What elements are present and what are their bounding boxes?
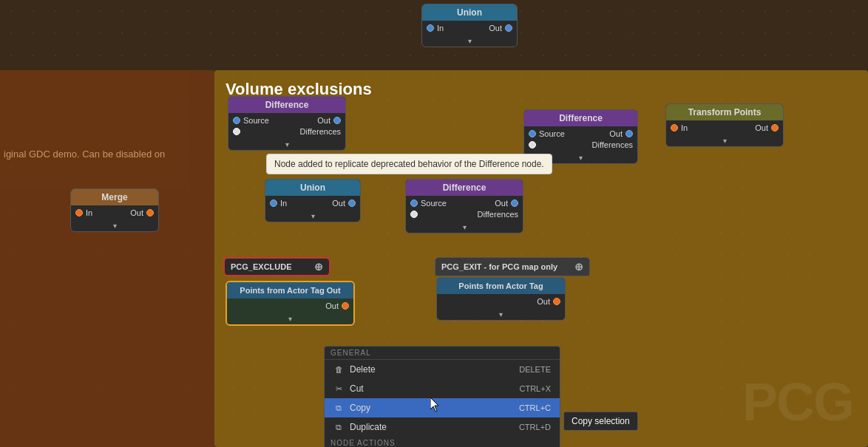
diff-mid-out-pin [511,199,518,207]
node-diff-tl[interactable]: Difference Source Out Differences ▾ [228,96,346,151]
transform-in-label: In [681,123,688,132]
node-points-right-body: Out [437,294,565,309]
diff-mid-source-pin [410,199,418,207]
points-right-chevron[interactable]: ▾ [437,309,565,320]
node-merge-left[interactable]: Merge In Out ▾ [70,188,159,232]
context-menu: GENERAL 🗑 Delete DELETE ✂ Cut CTRL+X ⧉ C… [324,346,560,447]
points-right-out-label: Out [537,297,550,306]
union-mid-out-label: Out [332,199,345,208]
node-points-out-io: Out [231,301,349,310]
diff-tr-source-pin [529,130,536,137]
union-mid-chevron[interactable]: ▾ [265,211,360,222]
node-union-top[interactable]: Union In Out ▾ [421,4,518,47]
context-item-copy[interactable]: ⧉ Copy CTRL+C [325,398,560,417]
diff-tl-source-pin [233,117,240,124]
node-diff-mid-body: Source Out Differences [406,196,523,222]
node-diff-tl-body: Source Out Differences [228,113,345,139]
node-diff-mid-header: Difference [406,180,523,196]
points-right-out-pin [553,298,560,305]
transform-out-label: Out [755,123,768,132]
node-diff-tr-body: Source Out Differences [524,126,637,152]
pcg-exclude-text: PCG_EXCLUDE [231,262,292,271]
node-diff-tl-header: Difference [228,97,345,113]
points-out-chevron[interactable]: ▾ [227,313,353,324]
union-top-out-pin [505,24,512,32]
copy-icon: ⧉ [333,403,344,413]
context-item-duplicate[interactable]: ⧉ Duplicate CTRL+D [325,417,560,437]
context-section-node-actions: NODE ACTIONS [325,437,560,447]
diff-mid-source-label: Source [421,199,447,208]
transform-in-pin [671,124,678,132]
node-merge-left-io: In Out [75,208,154,217]
node-canvas[interactable]: iginal GDC demo. Can be disabled on Volu… [0,0,868,447]
node-points-from-actor-tag-out[interactable]: Points from Actor Tag Out Out ▾ [226,281,355,326]
diff-tl-diff-label: Differences [300,127,341,136]
merge-left-in-pin [75,209,83,216]
union-mid-in-label: In [280,199,287,208]
node-diff-tl-source-row: Source Out [233,116,341,125]
diff-mid-out-label: Out [495,199,508,208]
context-section-general: GENERAL [325,347,560,360]
node-diff-tl-diff-row: Differences [233,127,341,136]
diff-tr-diff-pin [529,141,536,149]
node-transform-points[interactable]: Transform Points In Out ▾ [665,103,784,147]
diff-tr-out-pin [625,130,633,137]
node-union-top-io: In Out [427,24,512,33]
pcg-exit-icon: ⊕ [574,261,583,273]
merge-left-chevron[interactable]: ▾ [71,220,158,231]
pcg-exclude-icon: ⊕ [314,261,323,273]
node-points-from-actor-tag-right[interactable]: Points from Actor Tag Out ▾ [436,277,566,321]
diff-mid-chevron[interactable]: ▾ [406,222,523,233]
node-transform-io: In Out [671,123,779,132]
diff-tl-out-pin [333,117,341,124]
node-diff-mid[interactable]: Difference Source Out Differences ▾ [405,179,523,233]
node-points-out-header: Points from Actor Tag Out [227,282,353,298]
diff-tr-diff-label: Differences [592,140,633,149]
merge-left-in-label: In [86,208,92,217]
node-diff-tr-diff-row: Differences [529,140,633,149]
node-pcg-exit[interactable]: PCG_EXIT - for PCG map only ⊕ [435,257,590,276]
node-merge-left-body: In Out [71,205,158,220]
node-points-right-io: Out [441,297,560,306]
union-top-chevron[interactable]: ▾ [422,35,517,47]
pcg-exit-header: PCG_EXIT - for PCG map only ⊕ [435,258,589,276]
transform-out-pin [771,124,779,132]
diff-mid-diff-label: Differences [478,210,518,219]
node-transform-body: In Out [666,120,783,135]
transform-chevron[interactable]: ▾ [666,135,783,146]
node-points-right-header: Points from Actor Tag [437,278,565,294]
diff-tl-chevron[interactable]: ▾ [228,139,345,150]
diff-tl-out-label: Out [317,116,330,125]
cut-icon: ✂ [333,383,344,394]
union-top-in-pin [427,24,434,32]
copy-label: Copy [350,403,513,413]
context-item-delete[interactable]: 🗑 Delete DELETE [325,360,560,379]
node-union-top-body: In Out [422,21,517,35]
delete-shortcut: DELETE [519,365,551,374]
node-union-mid[interactable]: Union In Out ▾ [265,179,361,222]
node-merge-left-header: Merge [71,189,158,205]
merge-left-out-label: Out [130,208,143,217]
node-diff-mid-diff-row: Differences [410,210,518,219]
delete-icon: 🗑 [333,364,344,375]
points-out-out-label: Out [325,301,339,310]
pcg-exclude-label-row: PCG_EXCLUDE ⊕ [225,259,329,275]
node-points-out-body: Out [227,298,353,313]
duplicate-icon: ⧉ [333,422,344,432]
diff-tl-diff-pin [233,128,240,135]
node-union-top-header: Union [422,4,517,21]
union-mid-in-pin [270,199,277,207]
node-pcg-exclude[interactable]: PCG_EXCLUDE PCG_EXCLUDE ⊕ [223,257,330,276]
union-top-out-label: Out [489,24,502,33]
cut-shortcut: CTRL+X [520,384,552,393]
copy-selection-tooltip: Copy selection [563,412,638,431]
left-panel-text: iginal GDC demo. Can be disabled on [4,148,196,161]
left-panel: iginal GDC demo. Can be disabled on [0,70,214,447]
delete-label: Delete [350,364,513,375]
tooltip-bubble: Node added to replicate deprecated behav… [266,154,552,174]
cut-label: Cut [350,383,514,394]
diff-tr-out-label: Out [609,129,623,138]
context-item-cut[interactable]: ✂ Cut CTRL+X [325,379,560,398]
node-diff-tr-header: Difference [524,110,637,126]
diff-tl-source-label: Source [243,116,269,125]
